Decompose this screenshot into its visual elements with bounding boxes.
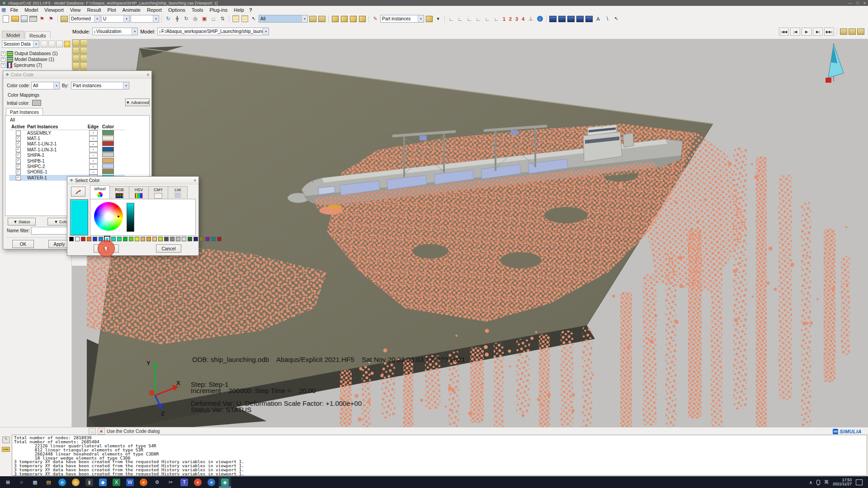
palette-swatch[interactable] (199, 237, 204, 241)
palette-swatch[interactable] (182, 237, 186, 241)
color-swatch[interactable] (102, 147, 114, 152)
cycle-view-icon[interactable]: ⇅ (218, 15, 226, 23)
color-swatch[interactable] (102, 164, 114, 169)
expander-icon[interactable]: + (1, 57, 5, 62)
open-file-icon[interactable] (11, 15, 19, 23)
tree-item[interactable]: +Spectrums (7) (1, 62, 71, 68)
palette-swatch[interactable] (111, 237, 116, 241)
checkbox-mat-1[interactable]: ✓ (16, 136, 21, 141)
palette-swatch[interactable] (211, 237, 216, 241)
menu-animate[interactable]: Animate (119, 7, 144, 13)
minimize-button[interactable]: — (848, 1, 852, 5)
palette-swatch[interactable] (170, 237, 175, 241)
prompt-back-icon[interactable]: ← (89, 428, 96, 435)
palette-swatch[interactable] (135, 237, 139, 241)
plot-material-orientation-icon[interactable] (72, 55, 80, 62)
color-code-title-bar[interactable]: ❖ Color Code × (3, 71, 151, 79)
prompt-cancel-icon[interactable]: ✕ (98, 428, 105, 435)
part-instance-row[interactable]: ✓SHIPA-1▪ (9, 153, 125, 158)
primary-variable-select[interactable]: U▾ (101, 15, 130, 23)
value-slider[interactable] (127, 203, 134, 232)
csys-icon-6[interactable]: ∟ (492, 15, 500, 23)
word-icon[interactable]: W (124, 477, 136, 488)
animate-harmonic-icon[interactable] (80, 62, 87, 70)
edge-toggle[interactable]: ▪ (89, 169, 98, 175)
color-dropdown-icon[interactable]: ▾ (434, 15, 442, 23)
render-shaded-icon[interactable] (349, 15, 357, 23)
snip-icon[interactable]: ✂ (165, 477, 177, 488)
vcr-button-2[interactable]: ▶ (802, 28, 811, 36)
chrome-icon[interactable]: ◎ (70, 477, 82, 488)
settings-icon[interactable]: ⚙ (151, 477, 163, 488)
part-instance-row[interactable]: ✓SHIPB-1▪ (9, 158, 125, 164)
rotate-view-icon[interactable]: ↻ (182, 15, 190, 23)
abaqus-icon[interactable]: ◈ (219, 477, 231, 488)
search-button[interactable]: ○ (15, 477, 28, 488)
firefox-icon[interactable]: ● (137, 477, 150, 488)
close-icon[interactable]: × (193, 178, 196, 183)
palette-swatch[interactable] (81, 237, 85, 241)
info-icon[interactable]: i (536, 15, 544, 23)
session-data-select[interactable]: Session Data ▾ (2, 40, 39, 48)
text-annotation-icon[interactable]: A (594, 15, 602, 23)
palette-swatch[interactable] (123, 237, 127, 241)
menu-plot[interactable]: Plot (104, 7, 119, 13)
vcr-button-0[interactable]: |◀◀ (779, 28, 789, 36)
color-swatch[interactable] (102, 152, 114, 157)
plot-deformed-icon[interactable] (80, 39, 87, 47)
part-instance-row[interactable]: ✓SHORE-1▪ (9, 169, 125, 175)
notification-center-icon[interactable] (856, 479, 863, 485)
plot-contours-icon[interactable] (72, 47, 80, 54)
app-orange-icon[interactable]: ● (192, 477, 204, 488)
table-header[interactable]: Active Part Instances Edge Color (9, 124, 125, 130)
palette-swatch[interactable] (193, 237, 198, 241)
palette-swatch[interactable] (152, 237, 157, 241)
excel-icon[interactable]: X (110, 477, 123, 488)
color-code-brush-icon[interactable]: ✎ (371, 15, 379, 23)
new-file-icon[interactable] (2, 15, 10, 23)
model-select[interactable]: ▴▾ F:/Abaqus_workspace/SHIP_Launching/sh… (157, 28, 269, 35)
box-zoom-icon[interactable]: ▣ (200, 15, 208, 23)
contour-legend-icon-3[interactable] (567, 15, 575, 23)
datum-csys-icon[interactable]: ⊥ (527, 15, 535, 23)
close-button[interactable]: × (863, 1, 866, 5)
pan-view-icon[interactable]: ╋ (173, 15, 181, 23)
color-swatch[interactable] (102, 169, 114, 174)
part-instance-row[interactable]: ASSEMBLY▪ (9, 130, 125, 136)
replace-group-icon[interactable] (309, 15, 317, 23)
apply-sync-icon[interactable]: ↻ (164, 15, 172, 23)
flag-pin-icon[interactable]: ⚑ (47, 15, 55, 23)
save-icon[interactable] (20, 15, 28, 23)
magnify-view-icon[interactable]: ◎ (191, 15, 199, 23)
checkbox-shipb-1[interactable]: ✓ (16, 159, 21, 164)
color-by-select[interactable]: Part instances▾ (71, 82, 129, 89)
restore-button[interactable]: □ (856, 1, 859, 5)
checkbox-mat-1-lin-3-1[interactable]: ✓ (16, 147, 21, 152)
file-explorer-icon[interactable]: ▤ (42, 477, 55, 488)
palette-swatch[interactable] (205, 237, 210, 241)
checkbox-shore-1[interactable]: ✓ (16, 169, 21, 174)
display-group-icon[interactable] (231, 15, 240, 23)
microphone-icon[interactable] (816, 480, 820, 485)
expand-icon[interactable] (48, 41, 55, 47)
viewport-number-2[interactable]: 2 (508, 16, 513, 22)
display-group-edit-icon[interactable] (241, 15, 249, 23)
viewport-number-1[interactable]: 1 (501, 16, 507, 22)
color-swatch[interactable] (102, 130, 114, 135)
render-filled-icon[interactable] (358, 15, 366, 23)
checkbox-shipa-1[interactable]: ✓ (16, 153, 21, 158)
csys-icon-1[interactable]: ∟ (447, 15, 455, 23)
edge-toggle[interactable]: ▪ (89, 141, 98, 147)
color-swatch[interactable] (102, 136, 114, 141)
palette-swatch[interactable] (75, 237, 80, 241)
vcr-button-4[interactable]: ▶▶| (824, 28, 834, 36)
color-code-select[interactable]: All▾ (31, 82, 60, 89)
viewport-number-4[interactable]: 4 (520, 16, 526, 22)
select-color-title-bar[interactable]: ❖ Select Color × (67, 177, 198, 184)
contour-legend-icon-4[interactable] (576, 15, 584, 23)
part-instance-row[interactable]: ✓MAT-1▪ (9, 136, 125, 141)
palette-swatch[interactable] (87, 237, 91, 241)
vscode-icon[interactable]: ◆ (97, 477, 109, 488)
vcr-button-1[interactable]: |◀ (790, 28, 800, 36)
palette-swatch[interactable] (217, 237, 222, 241)
